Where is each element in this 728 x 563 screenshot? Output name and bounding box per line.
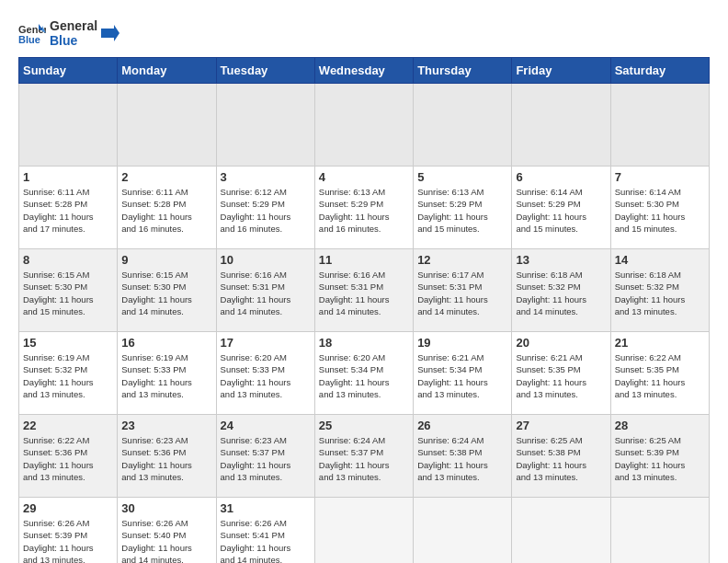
- day-number: 25: [319, 419, 409, 432]
- calendar-cell: 24 Sunrise: 6:23 AMSunset: 5:37 PMDaylig…: [216, 415, 314, 498]
- day-number: 26: [417, 419, 507, 432]
- calendar-cell: 1 Sunrise: 6:11 AMSunset: 5:28 PMDayligh…: [19, 167, 118, 249]
- calendar-cell: 28 Sunrise: 6:25 AMSunset: 5:39 PMDaylig…: [610, 415, 709, 498]
- day-number: 5: [417, 170, 507, 184]
- calendar-cell: [314, 84, 413, 167]
- day-info: Sunrise: 6:18 AMSunset: 5:32 PMDaylight:…: [516, 269, 606, 317]
- day-number: 14: [615, 253, 705, 267]
- day-number: 3: [221, 170, 311, 184]
- calendar-cell: 6 Sunrise: 6:14 AMSunset: 5:29 PMDayligh…: [512, 167, 610, 249]
- day-number: 6: [516, 170, 606, 184]
- svg-text:Blue: Blue: [18, 34, 40, 44]
- logo-arrow-icon: [101, 24, 119, 42]
- day-number: 16: [121, 336, 211, 350]
- calendar-week-row: 8 Sunrise: 6:15 AMSunset: 5:30 PMDayligh…: [19, 249, 710, 332]
- day-number: 29: [23, 501, 113, 515]
- column-header-wednesday: Wednesday: [314, 58, 413, 84]
- day-number: 28: [615, 419, 705, 432]
- calendar-cell: 23 Sunrise: 6:23 AMSunset: 5:36 PMDaylig…: [118, 415, 216, 498]
- calendar-cell: 5 Sunrise: 6:13 AMSunset: 5:29 PMDayligh…: [414, 167, 512, 249]
- calendar-cell: 19 Sunrise: 6:21 AMSunset: 5:34 PMDaylig…: [414, 332, 512, 415]
- calendar-cell: 18 Sunrise: 6:20 AMSunset: 5:34 PMDaylig…: [314, 332, 413, 415]
- calendar-cell: 30 Sunrise: 6:26 AMSunset: 5:40 PMDaylig…: [118, 498, 216, 564]
- day-number: 30: [121, 501, 211, 515]
- day-number: 12: [417, 253, 507, 267]
- logo-icon: General Blue: [18, 22, 46, 44]
- day-info: Sunrise: 6:21 AMSunset: 5:35 PMDaylight:…: [516, 351, 606, 400]
- day-info: Sunrise: 6:11 AMSunset: 5:28 PMDaylight:…: [23, 186, 113, 235]
- day-number: 23: [121, 419, 211, 432]
- day-info: Sunrise: 6:13 AMSunset: 5:29 PMDaylight:…: [319, 186, 409, 235]
- day-info: Sunrise: 6:26 AMSunset: 5:39 PMDaylight:…: [23, 517, 113, 563]
- calendar-cell: 15 Sunrise: 6:19 AMSunset: 5:32 PMDaylig…: [19, 332, 118, 415]
- calendar-cell: 8 Sunrise: 6:15 AMSunset: 5:30 PMDayligh…: [19, 249, 118, 332]
- calendar-cell: 9 Sunrise: 6:15 AMSunset: 5:30 PMDayligh…: [118, 249, 216, 332]
- day-info: Sunrise: 6:14 AMSunset: 5:30 PMDaylight:…: [615, 186, 705, 235]
- calendar-week-row: 29 Sunrise: 6:26 AMSunset: 5:39 PMDaylig…: [19, 498, 710, 564]
- column-header-saturday: Saturday: [610, 58, 709, 84]
- day-info: Sunrise: 6:24 AMSunset: 5:37 PMDaylight:…: [319, 434, 409, 483]
- calendar-cell: 27 Sunrise: 6:25 AMSunset: 5:38 PMDaylig…: [512, 415, 610, 498]
- calendar-cell: 2 Sunrise: 6:11 AMSunset: 5:28 PMDayligh…: [118, 167, 216, 249]
- column-header-monday: Monday: [118, 58, 216, 84]
- calendar-header-row: SundayMondayTuesdayWednesdayThursdayFrid…: [19, 58, 710, 84]
- day-info: Sunrise: 6:26 AMSunset: 5:40 PMDaylight:…: [121, 517, 211, 563]
- day-number: 13: [516, 253, 606, 267]
- calendar-cell: 10 Sunrise: 6:16 AMSunset: 5:31 PMDaylig…: [216, 249, 314, 332]
- day-number: 24: [221, 419, 311, 432]
- day-info: Sunrise: 6:26 AMSunset: 5:41 PMDaylight:…: [221, 517, 311, 563]
- day-number: 1: [23, 170, 113, 184]
- calendar-cell: 16 Sunrise: 6:19 AMSunset: 5:33 PMDaylig…: [118, 332, 216, 415]
- calendar-cell: 14 Sunrise: 6:18 AMSunset: 5:32 PMDaylig…: [610, 249, 709, 332]
- day-info: Sunrise: 6:21 AMSunset: 5:34 PMDaylight:…: [417, 351, 507, 400]
- day-number: 19: [417, 336, 507, 350]
- day-number: 7: [615, 170, 705, 184]
- day-number: 21: [615, 336, 705, 350]
- calendar-cell: 11 Sunrise: 6:16 AMSunset: 5:31 PMDaylig…: [314, 249, 413, 332]
- day-number: 31: [221, 501, 311, 515]
- day-number: 4: [319, 170, 409, 184]
- svg-marker-4: [101, 25, 119, 41]
- day-number: 22: [23, 419, 113, 432]
- page-header: General Blue General Blue: [18, 18, 710, 48]
- calendar-week-row: [19, 84, 710, 167]
- day-info: Sunrise: 6:12 AMSunset: 5:29 PMDaylight:…: [221, 186, 311, 235]
- calendar-cell: 20 Sunrise: 6:21 AMSunset: 5:35 PMDaylig…: [512, 332, 610, 415]
- day-number: 27: [516, 419, 606, 432]
- calendar-cell: 7 Sunrise: 6:14 AMSunset: 5:30 PMDayligh…: [610, 167, 709, 249]
- calendar-cell: 26 Sunrise: 6:24 AMSunset: 5:38 PMDaylig…: [414, 415, 512, 498]
- calendar-cell: 25 Sunrise: 6:24 AMSunset: 5:37 PMDaylig…: [314, 415, 413, 498]
- day-info: Sunrise: 6:19 AMSunset: 5:32 PMDaylight:…: [23, 351, 113, 400]
- calendar-cell: [216, 84, 314, 167]
- calendar-cell: [414, 498, 512, 564]
- day-info: Sunrise: 6:25 AMSunset: 5:38 PMDaylight:…: [516, 434, 606, 483]
- day-number: 11: [319, 253, 409, 267]
- day-info: Sunrise: 6:19 AMSunset: 5:33 PMDaylight:…: [121, 351, 211, 400]
- column-header-tuesday: Tuesday: [216, 58, 314, 84]
- calendar-cell: 22 Sunrise: 6:22 AMSunset: 5:36 PMDaylig…: [19, 415, 118, 498]
- calendar-table: SundayMondayTuesdayWednesdayThursdayFrid…: [18, 57, 710, 563]
- logo-general-text: General: [50, 18, 97, 33]
- calendar-cell: 4 Sunrise: 6:13 AMSunset: 5:29 PMDayligh…: [314, 167, 413, 249]
- day-info: Sunrise: 6:16 AMSunset: 5:31 PMDaylight:…: [319, 269, 409, 317]
- calendar-week-row: 15 Sunrise: 6:19 AMSunset: 5:32 PMDaylig…: [19, 332, 710, 415]
- day-number: 20: [516, 336, 606, 350]
- calendar-cell: [610, 84, 709, 167]
- day-number: 2: [121, 170, 211, 184]
- day-number: 17: [221, 336, 311, 350]
- day-info: Sunrise: 6:18 AMSunset: 5:32 PMDaylight:…: [615, 269, 705, 317]
- day-info: Sunrise: 6:25 AMSunset: 5:39 PMDaylight:…: [615, 434, 705, 483]
- day-info: Sunrise: 6:11 AMSunset: 5:28 PMDaylight:…: [121, 186, 211, 235]
- column-header-thursday: Thursday: [414, 58, 512, 84]
- day-number: 18: [319, 336, 409, 350]
- calendar-cell: [19, 84, 118, 167]
- day-number: 10: [221, 253, 311, 267]
- calendar-cell: [314, 498, 413, 564]
- day-info: Sunrise: 6:17 AMSunset: 5:31 PMDaylight:…: [417, 269, 507, 317]
- day-number: 9: [121, 253, 211, 267]
- calendar-cell: 3 Sunrise: 6:12 AMSunset: 5:29 PMDayligh…: [216, 167, 314, 249]
- day-info: Sunrise: 6:16 AMSunset: 5:31 PMDaylight:…: [221, 269, 311, 317]
- day-info: Sunrise: 6:13 AMSunset: 5:29 PMDaylight:…: [417, 186, 507, 235]
- day-info: Sunrise: 6:23 AMSunset: 5:36 PMDaylight:…: [121, 434, 211, 483]
- calendar-cell: [512, 84, 610, 167]
